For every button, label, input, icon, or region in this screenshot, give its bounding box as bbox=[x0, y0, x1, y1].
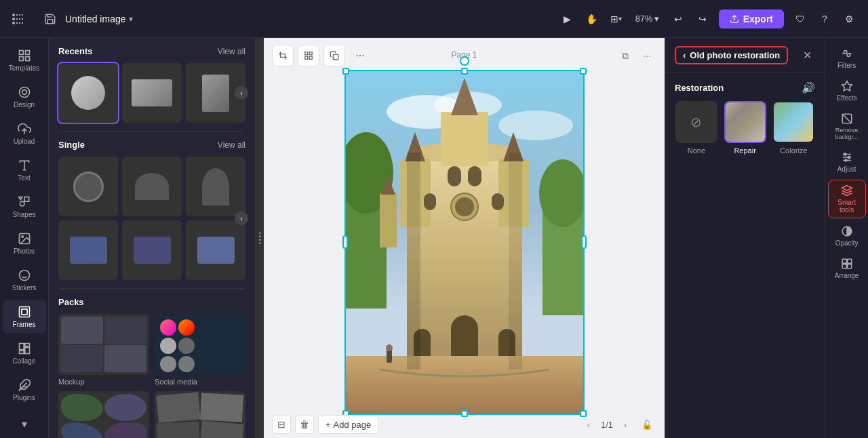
redo-btn[interactable]: ↪ bbox=[692, 8, 713, 30]
sidebar-item-templates[interactable]: Templates bbox=[3, 43, 46, 77]
close-panel-btn[interactable]: ✕ bbox=[799, 47, 815, 64]
more-options-btn[interactable]: ··· bbox=[349, 45, 371, 66]
svg-point-0 bbox=[12, 14, 15, 16]
doc-title-chevron: ▾ bbox=[129, 14, 133, 24]
topbar: Untitled image ▾ ▶ ✋ ⊞ ▾ 87% ▾ ↩ ↪ Expor… bbox=[0, 0, 868, 38]
handle-mid-left[interactable] bbox=[342, 235, 348, 249]
recents-grid: › bbox=[58, 63, 245, 123]
right-tool-effects[interactable]: Effects bbox=[828, 76, 866, 106]
crop-icon[interactable] bbox=[272, 45, 294, 66]
svg-marker-15 bbox=[18, 197, 22, 200]
right-tool-remove-bg[interactable]: Remove backgr... bbox=[828, 108, 866, 144]
right-tool-adjust[interactable]: Adjust bbox=[828, 147, 866, 177]
restoration-opt-colorize[interactable]: Colorize bbox=[772, 101, 815, 155]
view-options-btn[interactable]: ⊞ ▾ bbox=[606, 8, 627, 30]
sidebar-item-collage[interactable]: Collage bbox=[3, 336, 46, 370]
single-next-btn[interactable]: › bbox=[235, 212, 248, 225]
sidebar-item-upload[interactable]: Upload bbox=[3, 117, 46, 151]
svg-point-78 bbox=[848, 157, 850, 159]
left-sidebar: Templates Design Upload Text bbox=[0, 38, 49, 438]
single-thumb-6[interactable] bbox=[186, 220, 245, 280]
single-view-all[interactable]: View all bbox=[218, 140, 245, 150]
app-logo[interactable] bbox=[8, 8, 30, 30]
handle-mid-right[interactable] bbox=[581, 235, 587, 249]
right-tool-arrange[interactable]: Arrange bbox=[828, 254, 866, 283]
single-thumb-3[interactable] bbox=[186, 157, 245, 216]
single-thumb-4[interactable] bbox=[58, 220, 118, 280]
svg-rect-30 bbox=[305, 52, 308, 55]
canvas-trash-btn[interactable]: 🗑 bbox=[295, 415, 314, 434]
right-tool-opacity[interactable]: Opacity bbox=[828, 221, 866, 251]
sidebar-item-stickers[interactable]: Stickers bbox=[3, 263, 46, 297]
help-icon[interactable]: ? bbox=[814, 8, 835, 30]
add-page-btn[interactable]: + Add page bbox=[318, 415, 378, 434]
undo-btn[interactable]: ↩ bbox=[667, 8, 689, 30]
sidebar-collapse-btn[interactable]: ▾ bbox=[15, 415, 34, 433]
sidebar-item-text[interactable]: Text bbox=[3, 153, 46, 187]
restoration-opt-repair[interactable]: Repair bbox=[724, 101, 767, 155]
page-next-btn[interactable]: › bbox=[617, 416, 633, 433]
add-page-label: Add page bbox=[334, 420, 372, 430]
play-btn[interactable]: ▶ bbox=[557, 8, 578, 30]
recents-section: Recents View all › bbox=[49, 38, 255, 131]
svg-rect-84 bbox=[847, 264, 851, 268]
pack-item-mockup[interactable]: Mockup bbox=[58, 314, 149, 386]
packs-title: Packs bbox=[58, 297, 84, 307]
sidebar-item-design[interactable]: Design bbox=[3, 80, 46, 114]
canvas-grid-btn[interactable]: ⊟ bbox=[272, 415, 291, 434]
restoration-opt-none[interactable]: ⊘ None bbox=[675, 101, 718, 155]
recent-thumb-1[interactable] bbox=[58, 63, 118, 123]
right-tool-adjust-label: Adjust bbox=[837, 165, 856, 173]
save-icon[interactable] bbox=[41, 9, 60, 28]
single-thumb-1[interactable] bbox=[58, 157, 118, 216]
page-indicator: 1/1 bbox=[601, 420, 613, 430]
hand-tool-btn[interactable]: ✋ bbox=[581, 8, 603, 30]
svg-rect-83 bbox=[842, 264, 846, 268]
svg-rect-25 bbox=[24, 347, 29, 353]
sidebar-item-design-label: Design bbox=[14, 101, 35, 108]
zoom-selector[interactable]: 87% ▾ bbox=[630, 11, 665, 26]
svg-point-1 bbox=[12, 18, 15, 20]
pagination: ‹ 1/1 › 🔓 bbox=[580, 415, 656, 434]
repair-label: Repair bbox=[734, 146, 755, 155]
volume-icon[interactable]: 🔊 bbox=[802, 81, 815, 94]
recents-view-all[interactable]: View all bbox=[218, 47, 245, 56]
single-thumb-2[interactable] bbox=[122, 157, 182, 216]
recent-thumb-2[interactable] bbox=[122, 63, 182, 123]
recents-next-btn[interactable]: › bbox=[235, 86, 248, 100]
sidebar-item-templates-label: Templates bbox=[9, 64, 40, 72]
duplicate-icon[interactable] bbox=[323, 45, 345, 66]
svg-rect-54 bbox=[468, 166, 481, 186]
grid-icon[interactable] bbox=[298, 45, 319, 66]
svg-rect-31 bbox=[309, 52, 312, 55]
pack-polaroids-thumb bbox=[155, 391, 245, 438]
sidebar-item-photos[interactable]: Photos bbox=[3, 226, 46, 260]
pack-item-polaroids[interactable]: Polaroids and photo f... bbox=[155, 391, 245, 438]
settings-icon[interactable]: ⚙ bbox=[838, 8, 860, 30]
sidebar-item-plugins[interactable]: Plugins bbox=[3, 373, 46, 407]
right-tool-smart-tools[interactable]: Smart tools bbox=[828, 180, 866, 218]
sidebar-item-text-label: Text bbox=[18, 174, 30, 182]
canvas-image-wrapper[interactable] bbox=[344, 70, 585, 415]
colorize-thumb bbox=[772, 101, 814, 143]
single-title: Single bbox=[58, 140, 85, 150]
lock-icon[interactable]: 🔓 bbox=[637, 415, 656, 434]
right-tool-filters[interactable]: Filters bbox=[828, 43, 866, 73]
panel-collapse-handle[interactable] bbox=[256, 38, 264, 438]
recents-title: Recents bbox=[58, 46, 93, 56]
page-prev-btn[interactable]: ‹ bbox=[580, 416, 597, 433]
pack-item-social[interactable]: Social media bbox=[155, 314, 245, 386]
sidebar-item-shapes[interactable]: Shapes bbox=[3, 190, 46, 224]
panel-title: Old photo restoration bbox=[690, 50, 780, 60]
svg-rect-7 bbox=[25, 57, 29, 61]
export-button[interactable]: Export bbox=[719, 9, 784, 28]
single-thumb-5[interactable] bbox=[122, 220, 182, 280]
back-to-smart-tools-btn[interactable]: ‹ Old photo restoration bbox=[675, 46, 788, 64]
sidebar-item-frames[interactable]: Frames bbox=[3, 300, 46, 334]
packs-section: Packs Mockup bbox=[49, 289, 255, 438]
single-header: Single View all bbox=[58, 140, 245, 150]
shield-icon[interactable]: 🛡 bbox=[789, 8, 811, 30]
doc-title[interactable]: Untitled image ▾ bbox=[65, 14, 133, 24]
right-tool-arrange-label: Arrange bbox=[835, 272, 859, 279]
pack-item-irregular[interactable]: Irregular shape bbox=[58, 391, 149, 438]
